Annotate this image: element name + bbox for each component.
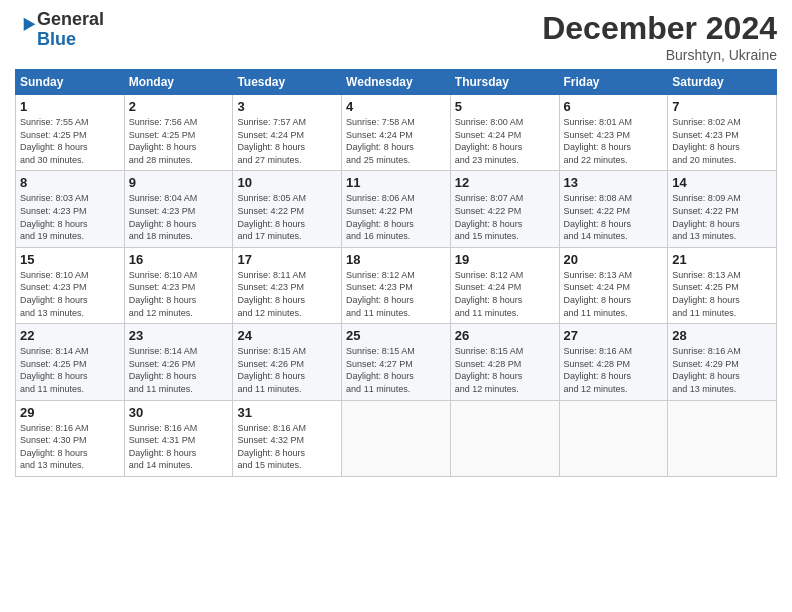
day-cell: 30Sunrise: 8:16 AM Sunset: 4:31 PM Dayli… xyxy=(124,400,233,476)
day-number: 4 xyxy=(346,99,446,114)
day-cell: 24Sunrise: 8:15 AM Sunset: 4:26 PM Dayli… xyxy=(233,324,342,400)
day-number: 31 xyxy=(237,405,337,420)
weekday-header-friday: Friday xyxy=(559,70,668,95)
day-info: Sunrise: 8:01 AM Sunset: 4:23 PM Dayligh… xyxy=(564,116,664,166)
day-number: 10 xyxy=(237,175,337,190)
day-cell: 19Sunrise: 8:12 AM Sunset: 4:24 PM Dayli… xyxy=(450,247,559,323)
day-cell: 28Sunrise: 8:16 AM Sunset: 4:29 PM Dayli… xyxy=(668,324,777,400)
week-row-2: 8Sunrise: 8:03 AM Sunset: 4:23 PM Daylig… xyxy=(16,171,777,247)
day-cell: 10Sunrise: 8:05 AM Sunset: 4:22 PM Dayli… xyxy=(233,171,342,247)
weekday-header-saturday: Saturday xyxy=(668,70,777,95)
day-cell: 18Sunrise: 8:12 AM Sunset: 4:23 PM Dayli… xyxy=(342,247,451,323)
day-number: 14 xyxy=(672,175,772,190)
weekday-header-monday: Monday xyxy=(124,70,233,95)
week-row-3: 15Sunrise: 8:10 AM Sunset: 4:23 PM Dayli… xyxy=(16,247,777,323)
svg-marker-0 xyxy=(24,17,36,30)
day-number: 2 xyxy=(129,99,229,114)
day-number: 15 xyxy=(20,252,120,267)
day-number: 27 xyxy=(564,328,664,343)
day-number: 9 xyxy=(129,175,229,190)
day-number: 24 xyxy=(237,328,337,343)
day-info: Sunrise: 8:16 AM Sunset: 4:32 PM Dayligh… xyxy=(237,422,337,472)
day-cell: 3Sunrise: 7:57 AM Sunset: 4:24 PM Daylig… xyxy=(233,95,342,171)
logo-general: General xyxy=(37,9,104,29)
day-number: 26 xyxy=(455,328,555,343)
day-cell: 27Sunrise: 8:16 AM Sunset: 4:28 PM Dayli… xyxy=(559,324,668,400)
day-cell: 25Sunrise: 8:15 AM Sunset: 4:27 PM Dayli… xyxy=(342,324,451,400)
day-number: 11 xyxy=(346,175,446,190)
day-info: Sunrise: 8:15 AM Sunset: 4:27 PM Dayligh… xyxy=(346,345,446,395)
logo-icon xyxy=(17,16,37,36)
day-info: Sunrise: 8:16 AM Sunset: 4:29 PM Dayligh… xyxy=(672,345,772,395)
day-number: 1 xyxy=(20,99,120,114)
day-number: 21 xyxy=(672,252,772,267)
main-container: General Blue December 2024 Burshtyn, Ukr… xyxy=(0,0,792,487)
weekday-header-tuesday: Tuesday xyxy=(233,70,342,95)
week-row-4: 22Sunrise: 8:14 AM Sunset: 4:25 PM Dayli… xyxy=(16,324,777,400)
day-number: 16 xyxy=(129,252,229,267)
day-number: 19 xyxy=(455,252,555,267)
day-cell: 4Sunrise: 7:58 AM Sunset: 4:24 PM Daylig… xyxy=(342,95,451,171)
month-title: December 2024 xyxy=(542,10,777,47)
day-number: 29 xyxy=(20,405,120,420)
day-info: Sunrise: 8:16 AM Sunset: 4:30 PM Dayligh… xyxy=(20,422,120,472)
day-cell: 29Sunrise: 8:16 AM Sunset: 4:30 PM Dayli… xyxy=(16,400,125,476)
day-cell: 9Sunrise: 8:04 AM Sunset: 4:23 PM Daylig… xyxy=(124,171,233,247)
day-info: Sunrise: 7:55 AM Sunset: 4:25 PM Dayligh… xyxy=(20,116,120,166)
day-info: Sunrise: 8:16 AM Sunset: 4:28 PM Dayligh… xyxy=(564,345,664,395)
day-info: Sunrise: 8:13 AM Sunset: 4:24 PM Dayligh… xyxy=(564,269,664,319)
day-cell: 21Sunrise: 8:13 AM Sunset: 4:25 PM Dayli… xyxy=(668,247,777,323)
day-info: Sunrise: 8:10 AM Sunset: 4:23 PM Dayligh… xyxy=(129,269,229,319)
day-number: 23 xyxy=(129,328,229,343)
day-number: 8 xyxy=(20,175,120,190)
day-number: 3 xyxy=(237,99,337,114)
day-info: Sunrise: 8:04 AM Sunset: 4:23 PM Dayligh… xyxy=(129,192,229,242)
day-cell xyxy=(559,400,668,476)
weekday-header-thursday: Thursday xyxy=(450,70,559,95)
day-number: 12 xyxy=(455,175,555,190)
day-cell xyxy=(668,400,777,476)
day-info: Sunrise: 8:07 AM Sunset: 4:22 PM Dayligh… xyxy=(455,192,555,242)
day-cell: 12Sunrise: 8:07 AM Sunset: 4:22 PM Dayli… xyxy=(450,171,559,247)
day-cell: 1Sunrise: 7:55 AM Sunset: 4:25 PM Daylig… xyxy=(16,95,125,171)
day-number: 17 xyxy=(237,252,337,267)
day-info: Sunrise: 8:15 AM Sunset: 4:26 PM Dayligh… xyxy=(237,345,337,395)
day-cell: 7Sunrise: 8:02 AM Sunset: 4:23 PM Daylig… xyxy=(668,95,777,171)
weekday-header-sunday: Sunday xyxy=(16,70,125,95)
day-cell: 13Sunrise: 8:08 AM Sunset: 4:22 PM Dayli… xyxy=(559,171,668,247)
day-info: Sunrise: 7:58 AM Sunset: 4:24 PM Dayligh… xyxy=(346,116,446,166)
day-info: Sunrise: 8:10 AM Sunset: 4:23 PM Dayligh… xyxy=(20,269,120,319)
day-number: 25 xyxy=(346,328,446,343)
day-info: Sunrise: 8:13 AM Sunset: 4:25 PM Dayligh… xyxy=(672,269,772,319)
day-info: Sunrise: 8:05 AM Sunset: 4:22 PM Dayligh… xyxy=(237,192,337,242)
day-info: Sunrise: 8:15 AM Sunset: 4:28 PM Dayligh… xyxy=(455,345,555,395)
day-cell: 6Sunrise: 8:01 AM Sunset: 4:23 PM Daylig… xyxy=(559,95,668,171)
day-number: 30 xyxy=(129,405,229,420)
weekday-header-wednesday: Wednesday xyxy=(342,70,451,95)
day-info: Sunrise: 8:12 AM Sunset: 4:23 PM Dayligh… xyxy=(346,269,446,319)
day-info: Sunrise: 8:08 AM Sunset: 4:22 PM Dayligh… xyxy=(564,192,664,242)
day-number: 7 xyxy=(672,99,772,114)
day-number: 28 xyxy=(672,328,772,343)
week-row-5: 29Sunrise: 8:16 AM Sunset: 4:30 PM Dayli… xyxy=(16,400,777,476)
day-info: Sunrise: 8:12 AM Sunset: 4:24 PM Dayligh… xyxy=(455,269,555,319)
day-info: Sunrise: 8:03 AM Sunset: 4:23 PM Dayligh… xyxy=(20,192,120,242)
header-row: General Blue December 2024 Burshtyn, Ukr… xyxy=(15,10,777,63)
week-row-1: 1Sunrise: 7:55 AM Sunset: 4:25 PM Daylig… xyxy=(16,95,777,171)
day-info: Sunrise: 8:14 AM Sunset: 4:25 PM Dayligh… xyxy=(20,345,120,395)
day-cell: 15Sunrise: 8:10 AM Sunset: 4:23 PM Dayli… xyxy=(16,247,125,323)
day-cell: 17Sunrise: 8:11 AM Sunset: 4:23 PM Dayli… xyxy=(233,247,342,323)
day-info: Sunrise: 8:00 AM Sunset: 4:24 PM Dayligh… xyxy=(455,116,555,166)
calendar-table: SundayMondayTuesdayWednesdayThursdayFrid… xyxy=(15,69,777,477)
day-cell: 31Sunrise: 8:16 AM Sunset: 4:32 PM Dayli… xyxy=(233,400,342,476)
day-cell: 23Sunrise: 8:14 AM Sunset: 4:26 PM Dayli… xyxy=(124,324,233,400)
day-number: 20 xyxy=(564,252,664,267)
day-cell: 5Sunrise: 8:00 AM Sunset: 4:24 PM Daylig… xyxy=(450,95,559,171)
day-info: Sunrise: 8:09 AM Sunset: 4:22 PM Dayligh… xyxy=(672,192,772,242)
day-info: Sunrise: 8:02 AM Sunset: 4:23 PM Dayligh… xyxy=(672,116,772,166)
day-cell: 20Sunrise: 8:13 AM Sunset: 4:24 PM Dayli… xyxy=(559,247,668,323)
day-number: 13 xyxy=(564,175,664,190)
day-cell: 22Sunrise: 8:14 AM Sunset: 4:25 PM Dayli… xyxy=(16,324,125,400)
location: Burshtyn, Ukraine xyxy=(542,47,777,63)
day-info: Sunrise: 8:16 AM Sunset: 4:31 PM Dayligh… xyxy=(129,422,229,472)
